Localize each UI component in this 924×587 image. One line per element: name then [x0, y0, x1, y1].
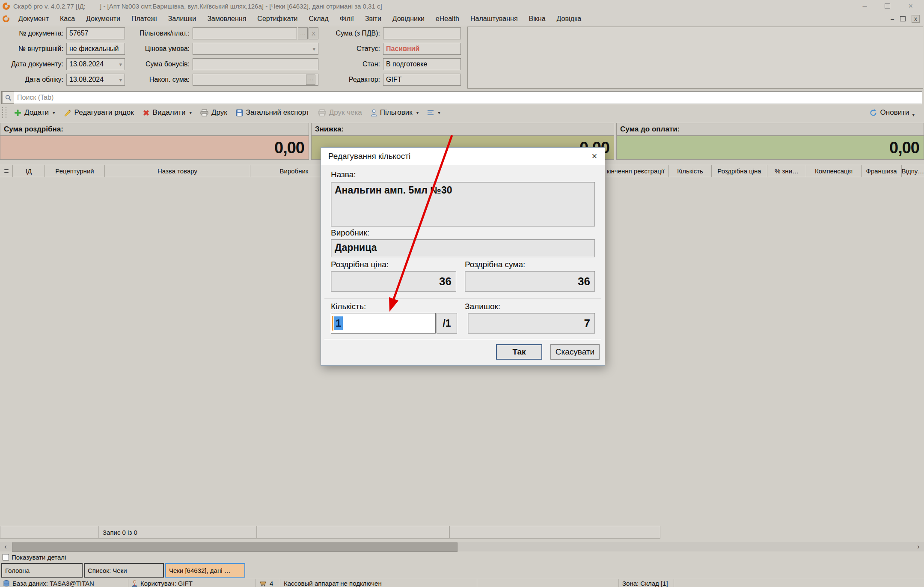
menu-reports[interactable]: Звіти	[359, 12, 387, 26]
user-text: Користувач: GIFT	[140, 580, 193, 587]
menu-documents[interactable]: Документи	[80, 12, 126, 26]
plus-icon	[14, 109, 21, 116]
beneficiary-field[interactable]	[193, 27, 297, 39]
account-date-field[interactable]: 13.08.2024▾	[66, 74, 125, 86]
doc-date-field[interactable]: 13.08.2024▾	[66, 58, 125, 70]
column-dispense[interactable]: Відпу…	[902, 165, 924, 177]
scroll-left-button[interactable]: ‹	[0, 542, 11, 551]
record-navigation-bar: Запис 0 із 0	[0, 526, 924, 539]
horizontal-scrollbar[interactable]: ‹ ›	[0, 542, 924, 551]
menu-payments[interactable]: Платежі	[126, 12, 163, 26]
mdi-restore-button[interactable]	[900, 16, 906, 21]
add-button[interactable]: Додати▾	[10, 106, 59, 119]
scroll-right-button[interactable]: ›	[913, 542, 924, 551]
column-discount-pct[interactable]: % зни…	[767, 165, 806, 177]
internal-number-field[interactable]: не фискальный	[66, 43, 125, 55]
text-caret	[332, 316, 333, 331]
delete-button[interactable]: Видалити▾	[138, 106, 196, 119]
chevron-down-icon[interactable]: ▾	[312, 46, 315, 52]
sum-vat-field[interactable]	[383, 27, 461, 39]
scrollbar-thumb[interactable]	[12, 542, 458, 552]
search-icon[interactable]	[2, 92, 14, 104]
menu-settings[interactable]: Налаштування	[465, 12, 523, 26]
list-icon	[427, 110, 434, 116]
menu-branches[interactable]: Філії	[334, 12, 359, 26]
menu-orders[interactable]: Замовлення	[202, 12, 252, 26]
name-label: Назва:	[331, 170, 356, 179]
bonus-sum-label: Сума бонусів:	[130, 58, 190, 70]
column-quantity[interactable]: Кількість	[669, 165, 712, 177]
retail-sum-label: Роздрібна сума:	[465, 260, 525, 269]
accum-sum-label: Накоп. сума:	[130, 74, 190, 86]
doc-number-field[interactable]: 57657	[66, 27, 125, 39]
menu-certificates[interactable]: Сертифікати	[252, 12, 303, 26]
beneficiary-label: Пільговик/плат.:	[130, 27, 190, 39]
database-icon	[3, 580, 9, 587]
column-compensation[interactable]: Компенсація	[806, 165, 862, 177]
internal-number-label: № внутрішній:	[3, 43, 63, 55]
dialog-close-icon[interactable]: ×	[584, 148, 605, 165]
app-logo-icon	[3, 3, 10, 10]
quantity-selected-value: 1	[334, 316, 343, 330]
column-prescription[interactable]: Рецептурний	[45, 165, 105, 177]
dialog-title-bar[interactable]: Редагування кількості ×	[321, 148, 605, 165]
beneficiary-clear-button: X	[309, 27, 318, 39]
record-bar-segment	[0, 526, 99, 539]
menu-ehealth[interactable]: eHealth	[430, 12, 465, 26]
column-grip-icon[interactable]	[0, 165, 13, 177]
restore-button[interactable]	[885, 3, 890, 9]
column-retail-price[interactable]: Роздрібна ціна	[712, 165, 767, 177]
quantity-input[interactable]: 1	[331, 313, 436, 334]
column-registration-end[interactable]: кінчення реєстрації	[603, 165, 669, 177]
edit-row-button[interactable]: Редагувати рядок	[59, 106, 138, 119]
tab-list-receipts[interactable]: Список: Чеки	[84, 563, 164, 578]
view-options-button[interactable]: ▾	[423, 106, 445, 119]
cancel-button[interactable]: Скасувати	[550, 344, 600, 360]
toolbar-grip	[2, 107, 6, 118]
record-bar-segment	[449, 526, 660, 539]
print-button[interactable]: Друк	[196, 106, 232, 119]
menu-windows[interactable]: Вікна	[523, 12, 551, 26]
status-field: Пасивний	[383, 43, 461, 55]
close-button[interactable]: ×	[908, 2, 913, 11]
bonus-sum-field[interactable]	[193, 58, 318, 70]
comment-memo-box[interactable]	[467, 27, 923, 89]
export-all-button[interactable]: Загальний експорт	[232, 106, 314, 119]
menu-help[interactable]: Довідка	[551, 12, 587, 26]
menu-document[interactable]: Документ	[13, 12, 54, 26]
accum-sum-field[interactable]: ···	[193, 74, 318, 86]
doc-number-label: № документа:	[3, 27, 63, 39]
column-franchise[interactable]: Франшиза	[862, 165, 902, 177]
window-title: Скарб pro v. 4.0.2.77 [ІД: ] - [Апт №003…	[13, 3, 382, 10]
column-id[interactable]: ІД	[13, 165, 45, 177]
chevron-down-icon[interactable]: ▾	[119, 77, 122, 83]
floppy-export-icon	[236, 109, 243, 116]
menu-directories[interactable]: Довідники	[387, 12, 430, 26]
chevron-down-icon[interactable]: ▾	[119, 61, 122, 68]
row-toolbar: Додати▾ Редагувати рядок Видалити▾ Друк …	[0, 105, 924, 120]
manufacturer-box: Дарница	[331, 239, 595, 257]
status-bar: База даних: TASA3@TITAN Користувач: GIFT…	[0, 579, 924, 587]
app-menu-icon[interactable]	[3, 15, 9, 22]
beneficiary-more-button[interactable]: ···	[298, 27, 308, 39]
mdi-close-button[interactable]: x	[912, 15, 920, 23]
search-input[interactable]	[15, 93, 922, 102]
zone-section: Зона: Склад [1]	[618, 579, 674, 587]
price-condition-label: Цінова умова:	[130, 43, 190, 55]
mdi-minimize-button[interactable]: –	[891, 15, 894, 22]
refresh-button[interactable]: Оновити▾	[869, 108, 924, 118]
menu-stock[interactable]: Залишки	[163, 12, 202, 26]
column-product-name[interactable]: Назва товару	[105, 165, 250, 177]
show-details-checkbox[interactable]	[3, 554, 9, 560]
tab-receipts-active[interactable]: Чеки [64632], дані …	[165, 563, 245, 578]
menu-warehouse[interactable]: Склад	[303, 12, 334, 26]
ok-button[interactable]: Так	[496, 344, 542, 360]
payment-sum-value: 0,00	[616, 136, 924, 160]
menu-kasa[interactable]: Каса	[54, 12, 80, 26]
minimize-button[interactable]: –	[862, 2, 867, 11]
beneficiary-button[interactable]: Пільговик▾	[366, 106, 423, 119]
quantity-suffix-box: /1	[437, 313, 457, 334]
price-condition-select[interactable]: ▾	[193, 43, 318, 55]
person-icon	[371, 109, 377, 116]
tab-home[interactable]: Головна	[1, 563, 83, 578]
